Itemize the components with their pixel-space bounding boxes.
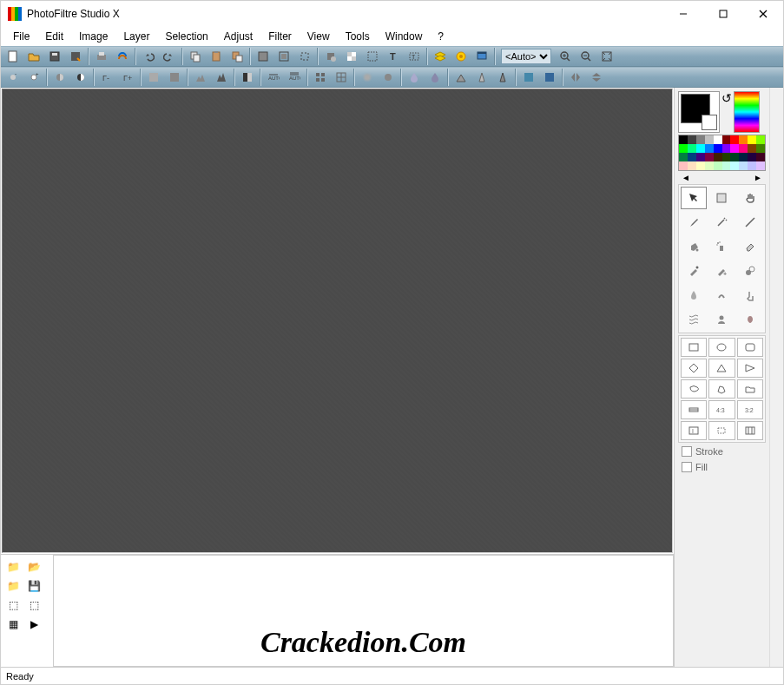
- shape-rounded-icon[interactable]: [737, 338, 763, 357]
- palette-swatch[interactable]: [688, 153, 696, 161]
- stroke-checkbox[interactable]: [682, 446, 692, 457]
- save-icon[interactable]: [45, 47, 64, 66]
- shape-triangle-icon[interactable]: [708, 359, 735, 378]
- sharpen-more-icon[interactable]: [493, 68, 512, 87]
- distort-tool-icon[interactable]: [681, 308, 707, 331]
- grid-bound-icon[interactable]: [737, 421, 763, 440]
- layer-open-icon[interactable]: 📂: [25, 558, 43, 576]
- layers-icon[interactable]: [431, 47, 450, 66]
- zoom-out-icon[interactable]: [576, 47, 596, 66]
- transparency-icon[interactable]: [342, 47, 361, 66]
- pointer-tool-icon[interactable]: [681, 187, 707, 209]
- art-tool-icon[interactable]: [737, 308, 763, 331]
- image-size-icon[interactable]: [254, 47, 273, 66]
- canvas[interactable]: [2, 89, 673, 553]
- zoom-select[interactable]: <Auto>: [501, 49, 551, 64]
- palette-swatch[interactable]: [756, 161, 765, 170]
- shape-polygon-icon[interactable]: [708, 379, 735, 398]
- palette-swatch[interactable]: [679, 144, 688, 153]
- auto-levels-2-icon[interactable]: AUTO: [285, 68, 304, 87]
- undo-icon[interactable]: [139, 47, 158, 66]
- scan-icon[interactable]: [113, 47, 132, 66]
- preferences-icon[interactable]: [472, 47, 491, 66]
- close-button[interactable]: [743, 1, 783, 27]
- text-icon[interactable]: T: [384, 47, 403, 66]
- plugins-icon[interactable]: [451, 47, 471, 66]
- zoom-in-icon[interactable]: [556, 47, 575, 66]
- palette-swatch[interactable]: [748, 161, 756, 170]
- crop-icon[interactable]: [295, 47, 314, 66]
- new-icon[interactable]: [3, 47, 23, 66]
- menu-filter[interactable]: Filter: [261, 29, 299, 44]
- palette-swatch[interactable]: [739, 135, 748, 144]
- shape-ellipse-icon[interactable]: [708, 338, 735, 357]
- hue-strip[interactable]: [734, 91, 760, 133]
- palette-swatch[interactable]: [756, 135, 765, 144]
- palette-next-icon[interactable]: ►: [754, 173, 762, 182]
- palette-swatch[interactable]: [756, 144, 765, 153]
- palette-swatch[interactable]: [748, 135, 756, 144]
- palette-prev-icon[interactable]: ◄: [682, 173, 690, 182]
- palette-swatch[interactable]: [714, 153, 722, 161]
- shape-diamond-icon[interactable]: [681, 359, 707, 378]
- fit-icon[interactable]: [597, 47, 616, 66]
- palette-swatch[interactable]: [714, 135, 722, 144]
- palette-swatch[interactable]: [739, 161, 748, 170]
- palette-swatch[interactable]: [696, 135, 705, 144]
- palette-swatch[interactable]: [722, 135, 731, 144]
- shape-folder-icon[interactable]: [737, 379, 763, 398]
- palette-swatch[interactable]: [739, 153, 748, 161]
- menu-window[interactable]: Window: [379, 29, 430, 44]
- histogram-plus-icon[interactable]: [212, 68, 231, 87]
- palette-swatch[interactable]: [730, 161, 739, 170]
- menu-tools[interactable]: Tools: [339, 29, 377, 44]
- text-bound-icon[interactable]: I: [681, 421, 707, 440]
- shape-lasso-icon[interactable]: [681, 379, 707, 398]
- vertical-scrollbar[interactable]: [769, 88, 783, 667]
- wand-tool-icon[interactable]: [708, 211, 735, 234]
- ratio-43-icon[interactable]: 4:3: [708, 400, 735, 419]
- fill-checkbox[interactable]: [682, 462, 692, 472]
- smudge-tool-icon[interactable]: [708, 284, 735, 306]
- bucket-tool-icon[interactable]: [681, 235, 707, 258]
- redo-icon[interactable]: [160, 47, 179, 66]
- layer-grid-icon[interactable]: ▦: [4, 616, 22, 633]
- layer-save-icon[interactable]: 💾: [25, 577, 43, 595]
- palette-swatch[interactable]: [705, 144, 714, 153]
- hand-tool-icon[interactable]: [737, 187, 763, 209]
- finger-tool-icon[interactable]: [737, 284, 763, 306]
- palette-swatch[interactable]: [722, 144, 731, 153]
- background-color[interactable]: [702, 115, 717, 130]
- menu-image[interactable]: Image: [72, 29, 115, 44]
- portrait-tool-icon[interactable]: [708, 308, 735, 331]
- paste-special-icon[interactable]: [227, 47, 247, 66]
- layer-new-icon[interactable]: 📁: [4, 558, 22, 576]
- palette-swatch[interactable]: [705, 153, 714, 161]
- sharpen-icon[interactable]: [472, 68, 491, 87]
- spray-tool-icon[interactable]: [708, 235, 735, 258]
- colorize-icon[interactable]: [519, 68, 538, 87]
- paste-icon[interactable]: [207, 47, 226, 66]
- maximize-button[interactable]: [703, 1, 743, 27]
- flip-v-icon[interactable]: [587, 68, 606, 87]
- shape-rtriangle-icon[interactable]: [737, 359, 763, 378]
- grayscale-icon[interactable]: [238, 68, 257, 87]
- palette-swatch[interactable]: [696, 161, 705, 170]
- eraser-tool-icon[interactable]: [737, 235, 763, 258]
- minimize-button[interactable]: [663, 1, 703, 27]
- brightness-minus-icon[interactable]: -: [3, 68, 23, 87]
- clone-tool-icon[interactable]: [737, 260, 763, 282]
- menu-edit[interactable]: Edit: [38, 29, 70, 44]
- palette-swatch[interactable]: [739, 144, 748, 153]
- drop-icon[interactable]: [405, 68, 424, 87]
- layer-play-icon[interactable]: ▶: [25, 616, 43, 633]
- layer-sel1-icon[interactable]: ⬚: [4, 596, 22, 614]
- palette-swatch[interactable]: [679, 153, 688, 161]
- selection-tool-icon[interactable]: [708, 187, 735, 209]
- save-as-icon[interactable]: [66, 47, 85, 66]
- saturation-plus-icon[interactable]: [165, 68, 184, 87]
- relief-icon[interactable]: [451, 68, 471, 87]
- fg-bg-swatch[interactable]: [678, 91, 720, 133]
- palette-swatch[interactable]: [679, 135, 688, 144]
- palette-swatch[interactable]: [705, 135, 714, 144]
